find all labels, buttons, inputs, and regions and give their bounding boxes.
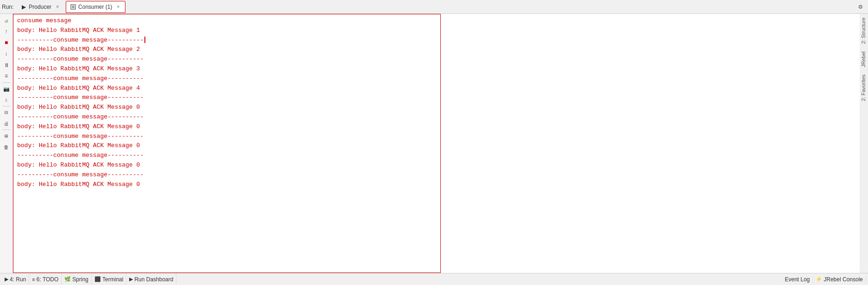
pin-button[interactable]: ⊟: [1, 107, 12, 118]
scroll-down-button[interactable]: ↓: [1, 49, 12, 59]
terminal-status[interactable]: ⬛ Terminal: [92, 273, 126, 285]
restart-button[interactable]: ↺: [1, 16, 12, 26]
snapshot-button[interactable]: 📷: [1, 84, 12, 94]
consumer-tab-icon: [70, 4, 76, 10]
console-line: body: Hello RabbitMQ ACK Message 0: [17, 180, 437, 190]
scroll-up-button[interactable]: ↑: [1, 27, 12, 37]
run-icon: ▶: [5, 276, 8, 282]
console-line: body: Hello RabbitMQ ACK Message 0: [17, 161, 437, 170]
console-line: ----------consume message----------: [17, 132, 437, 142]
structure-label[interactable]: 2: Structure: [860, 14, 868, 48]
toolbar: ↺ ↑ ■ ↓ ⏸ ≡ 📷 ⇩ ⊟ 🖨 ⊞ 🗑: [0, 14, 13, 273]
spring-label: Spring: [72, 276, 88, 283]
tab-consumer[interactable]: Consumer (1) ×: [66, 1, 125, 13]
separator-2: [2, 106, 11, 106]
text-cursor: [144, 37, 145, 43]
console-line: ----------consume message----------: [17, 112, 437, 122]
consumer-tab-label: Consumer (1): [78, 4, 112, 10]
side-labels: 2: Structure JRebel 2: Favorites: [860, 14, 868, 273]
console-line: body: Hello RabbitMQ ACK Message 3: [17, 64, 437, 74]
console-line: body: Hello RabbitMQ ACK Message 0: [17, 103, 437, 112]
console-line: ----------consume message----------: [17, 93, 437, 103]
run-dashboard-icon: ▶: [129, 276, 133, 282]
console-line: body: Hello RabbitMQ ACK Message 2: [17, 45, 437, 55]
console-line: ----------consume message----------: [17, 151, 437, 161]
console-line: ----------consume message----------: [17, 74, 437, 84]
todo-icon: ≡: [32, 277, 35, 282]
favorites-label[interactable]: 2: Favorites: [860, 71, 868, 105]
console-line: body: Hello RabbitMQ ACK Message 0: [17, 122, 437, 132]
console-line: body: Hello RabbitMQ ACK Message 1: [17, 26, 437, 36]
terminal-label: Terminal: [102, 276, 123, 283]
jrebel-console-label: JRebel Console: [824, 276, 863, 283]
stop-button[interactable]: ■: [1, 38, 12, 48]
svg-rect-1: [72, 6, 75, 8]
jrebel-console-status[interactable]: ⚡ JRebel Console: [813, 276, 866, 283]
consumer-tab-close[interactable]: ×: [115, 4, 121, 10]
event-log-label: Event Log: [785, 276, 810, 283]
run-label-status: 4: Run: [10, 276, 26, 283]
run-dashboard-label: Run Dashboard: [134, 276, 173, 283]
console-line: ----------consume message----------: [17, 55, 437, 64]
console-line: consume message: [17, 16, 437, 26]
print-button[interactable]: 🖨: [1, 118, 12, 129]
spring-status[interactable]: 🌿 Spring: [62, 273, 92, 285]
todo-status[interactable]: ≡ 6: TODO: [29, 273, 62, 285]
console-line: ----------consume message----------: [17, 36, 437, 45]
console-line: ----------consume message----------: [17, 170, 437, 180]
run-label: Run:: [2, 4, 13, 10]
status-right: Event Log ⚡ JRebel Console: [782, 276, 866, 283]
event-log-status[interactable]: Event Log: [782, 276, 813, 283]
producer-tab-icon: ▶: [20, 4, 27, 10]
status-bar: ▶ 4: Run ≡ 6: TODO 🌿 Spring ⬛ Terminal ▶…: [0, 273, 868, 285]
terminal-icon: ⬛: [94, 276, 101, 282]
tab-producer[interactable]: ▶ Producer ×: [16, 1, 65, 13]
main-area: ↺ ↑ ■ ↓ ⏸ ≡ 📷 ⇩ ⊟ 🖨 ⊞ 🗑 consume messageb…: [0, 14, 868, 273]
run-status[interactable]: ▶ 4: Run: [2, 273, 29, 285]
tab-bar: Run: ▶ Producer × Consumer (1) × ⚙: [0, 0, 868, 14]
separator-3: [2, 130, 11, 130]
jrebel-console-icon: ⚡: [816, 276, 822, 282]
separator-1: [2, 82, 11, 83]
spring-icon: 🌿: [64, 276, 71, 282]
console-output[interactable]: consume messagebody: Hello RabbitMQ ACK …: [13, 14, 441, 273]
jrebel-label[interactable]: JRebel: [860, 48, 868, 71]
producer-tab-close[interactable]: ×: [54, 4, 61, 10]
softwrap-button[interactable]: ≡: [1, 71, 12, 81]
producer-tab-label: Producer: [29, 4, 51, 10]
console-line: body: Hello RabbitMQ ACK Message 0: [17, 141, 437, 151]
export-button[interactable]: ⇩: [1, 95, 12, 105]
clear-button[interactable]: 🗑: [1, 142, 12, 152]
right-empty-area: [441, 14, 860, 273]
run-dashboard-status[interactable]: ▶ Run Dashboard: [126, 273, 176, 285]
settings-icon[interactable]: ⚙: [855, 3, 866, 11]
expand-button[interactable]: ⊞: [1, 131, 12, 141]
todo-label: 6: TODO: [37, 276, 59, 283]
pause-button[interactable]: ⏸: [1, 60, 12, 70]
console-line: body: Hello RabbitMQ ACK Message 4: [17, 84, 437, 93]
